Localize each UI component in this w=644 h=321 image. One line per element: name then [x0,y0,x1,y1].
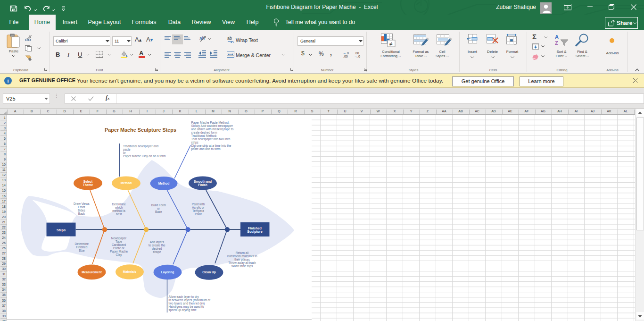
svg-text:.0: .0 [346,51,349,55]
svg-text:Method: Method [121,181,132,185]
svg-text:Z: Z [555,40,558,46]
svg-text:Method: Method [158,182,169,185]
svg-text:Materials: Materials [123,270,137,273]
svg-text:Layering: Layering [161,270,174,274]
svg-text:Smooth and: Smooth and [194,180,212,183]
svg-text:Theme: Theme [83,183,93,186]
svg-text:Sculpture: Sculpture [247,230,262,234]
svg-text:.00: .00 [343,55,348,58]
svg-text:Finished: Finished [248,227,262,230]
svg-text:ab: ab [227,36,232,41]
svg-text:Steps: Steps [57,228,66,232]
svg-text:Clean Up: Clean Up [202,270,216,274]
svg-text:A: A [555,34,559,40]
svg-text:.0: .0 [357,55,360,58]
svg-text:Select: Select [83,180,93,183]
svg-text:Paper Mache Sculpture Steps: Paper Mache Sculpture Steps [105,127,176,133]
svg-text:Finish: Finish [198,183,207,186]
svg-text:Measurement: Measurement [82,270,102,274]
svg-text:≠: ≠ [389,41,393,47]
